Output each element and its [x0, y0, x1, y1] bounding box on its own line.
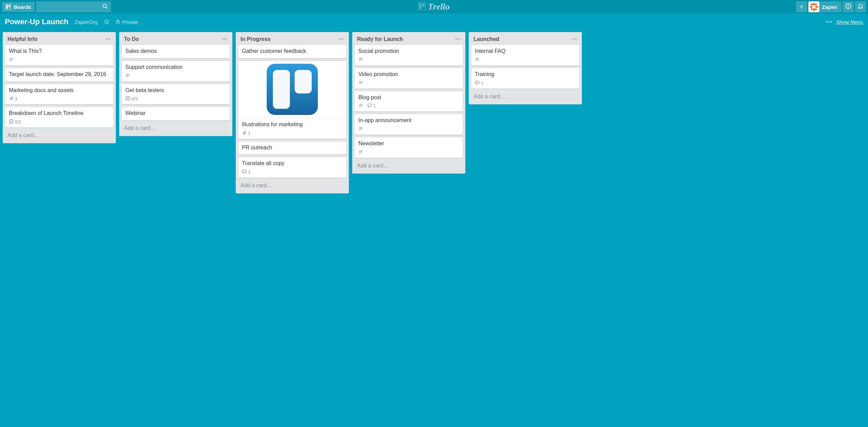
board-name[interactable]: Power-Up Launch — [5, 17, 68, 26]
card-badges — [358, 80, 459, 86]
card[interactable]: Newsletter — [355, 137, 463, 158]
ellipsis-icon: ••• — [826, 19, 833, 25]
card-title: Newsletter — [358, 140, 459, 147]
card[interactable]: Marketing docs and assets1 — [5, 84, 113, 105]
board-canvas[interactable]: Helpful Info•••What is This?Target launc… — [0, 30, 868, 427]
add-card-button[interactable]: Add a card… — [471, 91, 579, 102]
svg-rect-15 — [815, 8, 817, 10]
attachment-icon — [242, 130, 247, 136]
add-card-button[interactable]: Add a card… — [238, 180, 346, 191]
comment-badge: 1 — [367, 103, 376, 109]
card-cover — [238, 61, 346, 118]
card[interactable]: Breakdown of Launch Timeline0/2 — [5, 107, 113, 128]
description-badge — [358, 149, 363, 155]
card-title: Internal FAQ — [475, 48, 576, 55]
list-title[interactable]: Ready for Launch — [357, 36, 403, 42]
card[interactable]: Blog post1 — [355, 91, 463, 112]
list-menu-button[interactable]: ••• — [106, 37, 111, 42]
comment-icon — [475, 80, 480, 86]
card[interactable]: Support communication — [122, 61, 230, 82]
notifications-button[interactable] — [855, 1, 866, 12]
description-badge — [475, 57, 480, 63]
card[interactable]: Webinar — [122, 107, 230, 120]
list-header: To Do••• — [122, 35, 230, 42]
attachment-badge: 1 — [9, 96, 17, 102]
list-menu-button[interactable]: ••• — [455, 37, 461, 42]
card[interactable]: Video promotion — [355, 68, 463, 89]
card-badges: 1 — [9, 96, 110, 102]
card-badges: 1 — [242, 169, 343, 175]
list-menu-button[interactable]: ••• — [572, 37, 577, 42]
comment-badge: 1 — [475, 80, 483, 86]
description-icon — [358, 103, 363, 109]
add-card-button[interactable]: Add a card… — [122, 123, 230, 133]
description-icon — [475, 57, 480, 63]
comment-icon — [242, 169, 247, 175]
star-icon — [104, 19, 109, 25]
svg-rect-5 — [418, 2, 426, 10]
info-button[interactable] — [843, 1, 854, 12]
svg-rect-8 — [813, 3, 815, 5]
checklist-icon — [9, 119, 14, 125]
search-input[interactable] — [36, 1, 111, 12]
card[interactable]: Sales demos — [122, 45, 230, 58]
card[interactable]: Training1 — [471, 68, 579, 89]
card-title: Blog post — [358, 94, 459, 101]
list: Ready for Launch•••Social promotionVideo… — [352, 32, 465, 174]
svg-point-3 — [103, 4, 106, 8]
card[interactable]: Gather customer feedback — [238, 45, 346, 58]
add-card-button[interactable]: Add a card… — [355, 161, 463, 171]
card[interactable]: Internal FAQ — [471, 45, 579, 65]
list: To Do•••Sales demosSupport communication… — [119, 32, 232, 136]
show-menu-button[interactable]: Show Menu — [836, 19, 863, 25]
svg-line-4 — [106, 7, 107, 9]
card-title: Get beta testers — [125, 87, 226, 94]
card[interactable]: Illustrations for marketing1 — [238, 61, 346, 139]
svg-rect-2 — [9, 5, 10, 8]
boards-button[interactable]: Boards — [2, 2, 35, 12]
lock-icon — [115, 19, 120, 25]
list-title[interactable]: In Progress — [241, 36, 270, 42]
card[interactable]: Translate all copy1 — [238, 157, 346, 178]
create-button[interactable]: + — [796, 1, 807, 12]
list-menu-button[interactable]: ••• — [222, 37, 228, 42]
list-menu-button[interactable]: ••• — [339, 37, 344, 42]
visibility-button[interactable]: Private — [115, 19, 138, 25]
card-badges: 0/3 — [125, 96, 226, 102]
card[interactable]: Social promotion — [355, 45, 463, 65]
svg-rect-11 — [816, 6, 818, 8]
star-button[interactable] — [104, 19, 109, 25]
plus-icon: + — [800, 3, 804, 11]
list-title[interactable]: Helpful Info — [7, 36, 37, 42]
card-title: Training — [475, 71, 576, 78]
card-badges: 1 — [475, 80, 576, 86]
svg-rect-1 — [6, 5, 8, 9]
checklist-icon — [125, 96, 130, 102]
comment-icon — [367, 103, 372, 109]
card[interactable]: What is This? — [5, 45, 113, 65]
card-badges — [9, 57, 110, 63]
list-header: Ready for Launch••• — [355, 35, 463, 42]
board-bar-right: ••• Show Menu — [826, 19, 863, 25]
add-card-button[interactable]: Add a card… — [5, 130, 113, 141]
board-org[interactable]: ZapierOrg — [75, 19, 98, 25]
card[interactable]: In-app announcement — [355, 114, 463, 135]
list: Launched•••Internal FAQTraining1Add a ca… — [469, 32, 582, 104]
card-badges: 0/2 — [9, 119, 110, 125]
user-name: Zapier — [822, 4, 837, 10]
list-title[interactable]: Launched — [474, 36, 499, 42]
description-badge — [358, 103, 363, 109]
card[interactable]: Get beta testers0/3 — [122, 84, 230, 105]
trello-logo[interactable]: Trello — [418, 2, 450, 12]
card-title: Breakdown of Launch Timeline — [9, 110, 110, 117]
list: In Progress•••Gather customer feedbackIl… — [236, 32, 349, 193]
description-icon — [358, 57, 363, 63]
description-badge — [358, 80, 363, 86]
list-title[interactable]: To Do — [124, 36, 139, 42]
user-menu[interactable]: Zapier — [808, 1, 841, 12]
card[interactable]: PR outreach — [238, 142, 346, 155]
card-title: Illustrations for marketing — [242, 121, 343, 128]
svg-rect-0 — [5, 4, 11, 10]
card[interactable]: Target launch date: September 29, 2016 — [5, 68, 113, 82]
header-left: Boards — [2, 1, 111, 12]
